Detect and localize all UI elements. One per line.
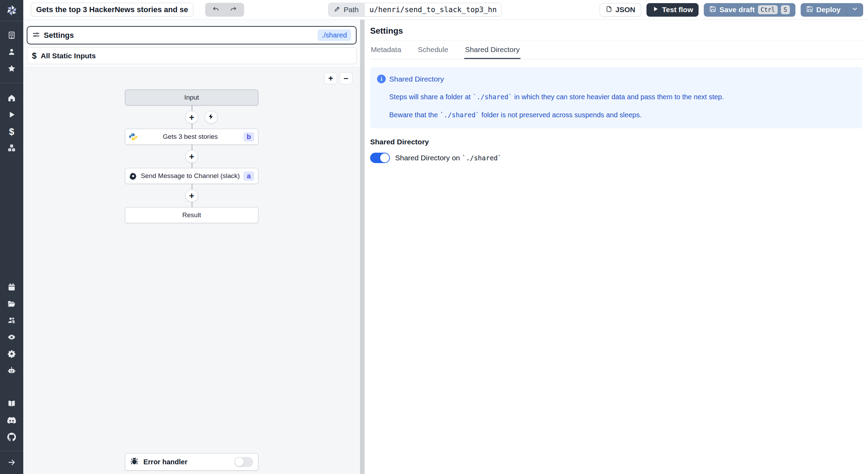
insert-step-button[interactable]: + (185, 189, 198, 202)
test-flow-button[interactable]: Test flow (646, 3, 699, 17)
panel-splitter[interactable] (360, 20, 365, 474)
book-open-icon (7, 399, 16, 409)
python-icon (129, 133, 137, 141)
redo-button[interactable] (226, 3, 240, 16)
path-input[interactable] (365, 3, 501, 16)
toggle-label-code: `./shared` (462, 154, 502, 162)
insert-step-button[interactable]: + (185, 150, 198, 163)
flow-connector: + (125, 145, 258, 168)
step-id-badge: b (243, 132, 254, 142)
path-label: Path (344, 6, 359, 14)
boxes-icon (7, 144, 16, 154)
flow-canvas: + − Input + (23, 68, 360, 474)
sidebar-item-runs[interactable] (0, 107, 23, 124)
test-flow-label: Test flow (662, 6, 693, 14)
users-gear-icon (7, 316, 16, 326)
dollar-icon: $ (9, 127, 14, 137)
eye-icon (7, 333, 16, 343)
tab-metadata[interactable]: Metadata (370, 41, 402, 59)
info-paragraph: Beware that the `./shared` folder is not… (389, 110, 855, 119)
deploy-more-button[interactable] (846, 3, 863, 17)
info-text: folder is not preserved across suspends … (479, 111, 642, 119)
arrow-right-icon (7, 458, 16, 468)
undo-icon (212, 5, 220, 14)
gear-icon (7, 349, 16, 359)
sidebar: $ (0, 0, 23, 474)
save-icon (709, 6, 716, 14)
error-handler-node[interactable]: Error handler (125, 453, 258, 471)
file-json-icon (606, 6, 612, 14)
error-handler-toggle[interactable] (234, 457, 253, 467)
bug-icon (130, 457, 139, 467)
flow-title-input[interactable] (31, 3, 193, 17)
gear-icon (129, 172, 137, 180)
step-node-title: Send Message to Channel (slack) (137, 172, 243, 180)
sidebar-item-groups[interactable] (0, 313, 23, 329)
building-icon (7, 31, 16, 41)
sidebar-item-discord[interactable] (0, 413, 23, 429)
deploy-button[interactable]: Deploy (801, 3, 846, 17)
kbd-ctrl: Ctrl (758, 5, 778, 14)
sidebar-divider (0, 21, 23, 21)
path-edit-button[interactable]: Path (328, 3, 365, 16)
sidebar-item-user[interactable] (0, 44, 23, 61)
windmill-logo[interactable] (0, 0, 23, 21)
tab-schedule[interactable]: Schedule (417, 41, 449, 59)
toggle-knob (235, 458, 244, 466)
all-static-inputs-bar[interactable]: $ All Static Inputs (27, 47, 357, 64)
json-button[interactable]: JSON (600, 3, 641, 17)
sidebar-item-audit[interactable] (0, 329, 23, 346)
settings-panel-header: Settings (370, 20, 862, 41)
play-icon (652, 6, 659, 14)
flow-settings-bar[interactable]: Settings ./shared (27, 26, 357, 44)
topbar: Path JSON Test flow Save draft Ctrl S (23, 0, 868, 20)
sidebar-item-resources[interactable] (0, 140, 23, 157)
settings-panel: Settings Metadata Schedule Shared Direct… (365, 20, 868, 474)
trigger-button[interactable] (205, 111, 218, 124)
input-node[interactable]: Input (125, 90, 258, 105)
all-static-inputs-label: All Static Inputs (41, 52, 96, 60)
calendar-icon (7, 283, 16, 293)
robot-icon (7, 366, 16, 376)
sidebar-expand-button[interactable] (0, 455, 23, 471)
insert-step-button[interactable]: + (185, 111, 198, 124)
home-icon (7, 94, 16, 104)
settings-tabs: Metadata Schedule Shared Directory (370, 41, 862, 59)
result-node-label: Result (129, 211, 254, 219)
shared-directory-toggle[interactable] (370, 153, 390, 163)
step-node-b[interactable]: Gets 3 best stories b (125, 129, 258, 145)
discord-icon (7, 416, 16, 426)
sidebar-item-favorites[interactable] (0, 61, 23, 77)
play-icon (7, 110, 16, 120)
github-icon (7, 433, 16, 443)
info-box-header: i Shared Directory (377, 75, 855, 83)
sidebar-item-variables[interactable]: $ (0, 124, 23, 140)
step-node-a[interactable]: Send Message to Channel (slack) a (125, 168, 258, 184)
sidebar-item-workers[interactable] (0, 363, 23, 379)
sidebar-item-github[interactable] (0, 429, 23, 446)
canvas-zoom-controls: + − (324, 72, 352, 84)
kbd-s: S (781, 5, 790, 14)
shared-directory-info-box: i Shared Directory Steps will share a fo… (370, 67, 862, 128)
info-text: Steps will share a folder at (389, 93, 473, 101)
flow-connector: + (125, 105, 258, 129)
tab-shared-directory[interactable]: Shared Directory (464, 41, 520, 59)
sidebar-item-home[interactable] (0, 90, 23, 107)
step-id-badge: a (243, 171, 254, 181)
sidebar-item-schedules[interactable] (0, 279, 23, 296)
undo-button[interactable] (209, 3, 223, 16)
sidebar-item-folders[interactable] (0, 296, 23, 313)
redo-icon (229, 5, 237, 14)
sidebar-item-workspace[interactable] (0, 27, 23, 44)
zoom-out-button[interactable]: − (340, 72, 352, 84)
zoom-in-button[interactable]: + (324, 72, 337, 84)
result-node[interactable]: Result (125, 207, 258, 223)
sidebar-item-settings[interactable] (0, 346, 23, 363)
folder-open-icon (7, 299, 16, 310)
settings-panel-title: Settings (370, 26, 862, 36)
save-draft-button[interactable]: Save draft Ctrl S (704, 3, 795, 17)
info-icon: i (377, 75, 386, 83)
flow-settings-label: Settings (44, 31, 74, 40)
sidebar-item-docs[interactable] (0, 396, 23, 413)
sliders-icon (32, 31, 44, 40)
